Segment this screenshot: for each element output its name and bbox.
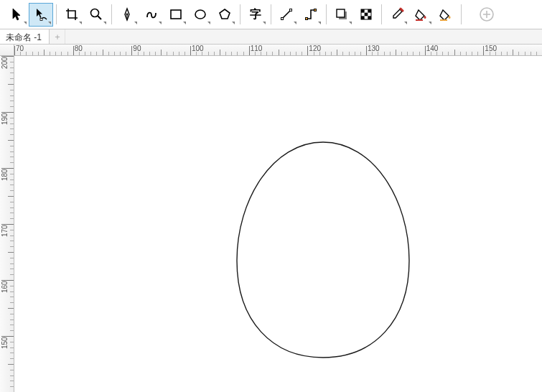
- text-icon: 字: [248, 7, 263, 22]
- svg-rect-13: [314, 9, 317, 11]
- drawing-canvas[interactable]: [14, 56, 542, 392]
- connector-tool-button[interactable]: [299, 3, 323, 27]
- add-tool-button[interactable]: [475, 3, 499, 27]
- toolbar-separator: [381, 4, 382, 24]
- line-tool-button[interactable]: [274, 3, 299, 27]
- svg-rect-17: [361, 9, 365, 13]
- toolbar-separator: [271, 4, 271, 24]
- polygon-tool-button[interactable]: [212, 3, 237, 27]
- connector-icon: [304, 7, 318, 22]
- magnifier-icon: [89, 7, 103, 22]
- egg-shape-path[interactable]: [237, 142, 409, 358]
- dropdown-indicator-icon: [232, 22, 235, 24]
- svg-rect-21: [368, 16, 371, 19]
- pick-tool-button[interactable]: [4, 3, 29, 27]
- dropdown-indicator-icon: [134, 22, 137, 24]
- cursor-icon: [10, 7, 23, 22]
- dropdown-indicator-icon: [318, 22, 321, 24]
- dropdown-indicator-icon: [24, 22, 27, 24]
- svg-rect-10: [281, 18, 284, 20]
- dropdown-indicator-icon: [48, 22, 51, 24]
- drop-shadow-icon: [335, 7, 349, 22]
- document-tab-active[interactable]: 未命名 -1: [0, 29, 50, 44]
- line-segment-icon: [279, 7, 294, 22]
- dropdown-indicator-icon: [79, 22, 82, 24]
- interactive-fill-tool-button[interactable]: [409, 3, 434, 27]
- dropdown-indicator-icon: [207, 22, 210, 24]
- svg-line-2: [98, 16, 101, 19]
- svg-text:字: 字: [250, 7, 261, 20]
- plus-icon: ＋: [53, 31, 62, 43]
- ellipse-icon: [193, 7, 207, 22]
- canvas-svg: [14, 56, 542, 392]
- text-tool-button[interactable]: 字: [243, 3, 268, 27]
- drop-shadow-tool-button[interactable]: [330, 3, 354, 27]
- toolbar-separator: [111, 4, 112, 24]
- vertical-ruler[interactable]: 200190180170160150140: [0, 56, 14, 392]
- horizontal-ruler[interactable]: 708090100110120130140150160: [14, 45, 542, 56]
- smart-fill-tool-button[interactable]: [434, 3, 458, 27]
- svg-point-1: [91, 9, 99, 17]
- checkerboard-icon: [359, 7, 373, 22]
- svg-point-3: [126, 14, 129, 16]
- main-toolbar: 字: [0, 0, 542, 29]
- plus-circle-icon: [479, 6, 495, 22]
- document-tab-label: 未命名 -1: [6, 32, 42, 44]
- dropdown-indicator-icon: [183, 22, 186, 24]
- dropdown-indicator-icon: [404, 22, 407, 24]
- svg-point-6: [195, 10, 205, 19]
- svg-rect-15: [337, 9, 345, 17]
- ruler-corner: [0, 45, 14, 56]
- dropdown-indicator-icon: [263, 22, 266, 24]
- svg-rect-5: [171, 10, 181, 19]
- paint-bucket-icon: [414, 7, 429, 22]
- svg-rect-19: [365, 13, 368, 17]
- svg-marker-7: [220, 9, 230, 19]
- smart-fill-icon: [439, 7, 453, 22]
- dropdown-indicator-icon: [349, 22, 352, 24]
- crop-icon: [65, 7, 79, 22]
- toolbar-separator: [326, 4, 327, 24]
- dropdown-indicator-icon: [103, 22, 106, 24]
- pen-nib-icon: [120, 7, 134, 22]
- crop-tool-button[interactable]: [60, 3, 84, 27]
- zoom-tool-button[interactable]: [84, 3, 108, 27]
- toolbar-separator: [56, 4, 57, 24]
- new-document-tab-button[interactable]: ＋: [50, 29, 65, 44]
- pen-tool-button[interactable]: [115, 3, 139, 27]
- freehand-tool-button[interactable]: [139, 3, 164, 27]
- dropdown-indicator-icon: [159, 22, 162, 24]
- svg-rect-20: [361, 16, 365, 19]
- toolbar-separator: [240, 4, 240, 24]
- svg-rect-0: [40, 19, 42, 21]
- rectangle-tool-button[interactable]: [164, 3, 188, 27]
- polygon-icon: [218, 7, 232, 22]
- dropdown-indicator-icon: [294, 22, 296, 24]
- shape-tool-button[interactable]: [29, 3, 53, 27]
- eyedropper-tool-button[interactable]: [385, 3, 409, 27]
- svg-rect-11: [290, 9, 292, 11]
- transparency-tool-button[interactable]: [354, 3, 378, 27]
- rectangle-icon: [169, 7, 183, 22]
- svg-rect-12: [306, 18, 308, 20]
- svg-rect-18: [368, 9, 371, 13]
- eyedropper-icon: [390, 7, 404, 22]
- dropdown-indicator-icon: [429, 22, 431, 24]
- freehand-curve-icon: [144, 7, 159, 22]
- toolbar-separator: [461, 4, 462, 24]
- shape-cursor-icon: [34, 7, 48, 22]
- document-tabbar: 未命名 -1 ＋: [0, 29, 542, 45]
- ellipse-tool-button[interactable]: [188, 3, 212, 27]
